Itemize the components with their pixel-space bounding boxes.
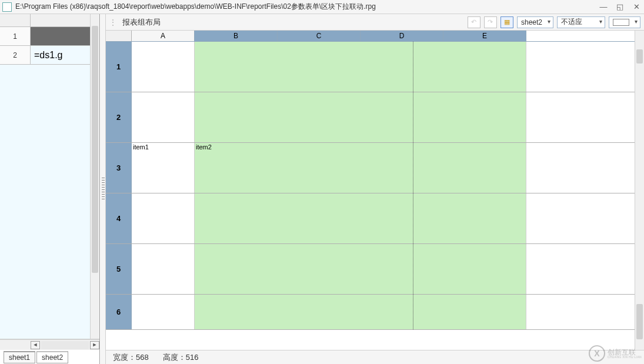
toolbar: ⋮ 报表组布局 ↶ ↷ ▦ sheet2 不适应 [106, 14, 644, 31]
cell-merged[interactable] [195, 42, 526, 92]
left-grid-cell[interactable]: =ds1.g [31, 46, 90, 65]
col-header-E[interactable]: E [443, 31, 526, 41]
left-grid-corner [0, 14, 31, 27]
right-vertical-scrollbar[interactable] [635, 31, 644, 350]
cell-merged[interactable] [195, 295, 526, 329]
sheet-select[interactable]: sheet2 [517, 16, 553, 28]
row-header[interactable]: 6 [106, 295, 132, 329]
cell-merged[interactable] [195, 193, 526, 243]
scroll-right-button[interactable]: ► [90, 341, 99, 349]
status-height: 高度：516 [163, 352, 199, 363]
left-sheet-tabs: sheet1 sheet2 [0, 350, 99, 364]
splitter[interactable] [100, 14, 106, 364]
close-button[interactable]: ✕ [631, 2, 642, 11]
item2-label: item2 [196, 143, 212, 151]
grid-row: 4 [106, 193, 635, 244]
left-vertical-scrollbar[interactable] [90, 14, 99, 339]
left-grid[interactable]: 1 2 =ds1.g [0, 14, 90, 339]
cell[interactable] [132, 42, 195, 92]
cell-item2[interactable]: item2 [195, 143, 526, 193]
cell-item1[interactable]: item1 [132, 143, 195, 193]
app-icon [2, 2, 12, 12]
row-header[interactable]: 5 [106, 244, 132, 294]
grid-row: 6 [106, 295, 635, 330]
fit-mode-select[interactable]: 不适应 [557, 16, 605, 28]
drag-handle-icon[interactable]: ⋮ [109, 18, 116, 26]
row-header[interactable]: 2 [106, 92, 132, 142]
grid-row: 3 item1 item2 [106, 143, 635, 193]
row-header[interactable]: 3 [106, 143, 132, 193]
scroll-left-button[interactable]: ◄ [31, 341, 40, 349]
left-grid-row-header[interactable]: 1 [0, 27, 31, 46]
title-bar: E:\Program Files (x86)\raqsoft_1804\repo… [0, 0, 644, 14]
redo-button[interactable]: ↷ [484, 16, 497, 28]
sheet-tab-sheet1[interactable]: sheet1 [4, 351, 35, 363]
undo-button[interactable]: ↶ [468, 16, 481, 28]
minimize-button[interactable]: — [598, 2, 609, 11]
grid-corner[interactable] [106, 31, 132, 41]
cell-merged[interactable] [195, 92, 526, 142]
cell[interactable] [132, 295, 195, 329]
right-panel: ⋮ 报表组布局 ↶ ↷ ▦ sheet2 不适应 A B C D E [106, 14, 644, 364]
col-header-A[interactable]: A [132, 31, 195, 41]
left-horizontal-scrollbar[interactable]: ◄ ► [0, 339, 99, 350]
cell-merged[interactable] [195, 244, 526, 294]
column-headers: A B C D E [106, 31, 635, 42]
col-header-C[interactable]: C [278, 31, 361, 41]
layout-grid[interactable]: A B C D E 1 2 [106, 31, 635, 350]
left-grid-colhdr[interactable] [31, 14, 90, 27]
window-title: E:\Program Files (x86)\raqsoft_1804\repo… [15, 2, 598, 12]
left-grid-cell[interactable] [31, 27, 90, 46]
sheet-tab-sheet2[interactable]: sheet2 [36, 351, 68, 363]
layout-view-button[interactable]: ▦ [500, 16, 513, 28]
color-select[interactable] [609, 16, 640, 28]
cell[interactable] [132, 244, 195, 294]
cell[interactable] [132, 193, 195, 243]
left-grid-row-header[interactable]: 2 [0, 46, 31, 65]
left-panel: 1 2 =ds1.g ◄ ► sheet1 sheet2 [0, 14, 100, 364]
maximize-button[interactable]: ◱ [615, 2, 625, 11]
status-width: 宽度：568 [113, 352, 149, 363]
layout-label: 报表组布局 [122, 17, 161, 28]
status-bar: 宽度：568 高度：516 [106, 350, 644, 364]
cell[interactable] [132, 92, 195, 142]
col-header-D[interactable]: D [361, 31, 443, 41]
grid-row: 5 [106, 244, 635, 295]
row-header[interactable]: 4 [106, 193, 132, 243]
col-header-B[interactable]: B [195, 31, 278, 41]
window-controls: — ◱ ✕ [598, 2, 642, 11]
row-header[interactable]: 1 [106, 42, 132, 92]
grid-row: 1 [106, 42, 635, 92]
grid-row: 2 [106, 92, 635, 143]
